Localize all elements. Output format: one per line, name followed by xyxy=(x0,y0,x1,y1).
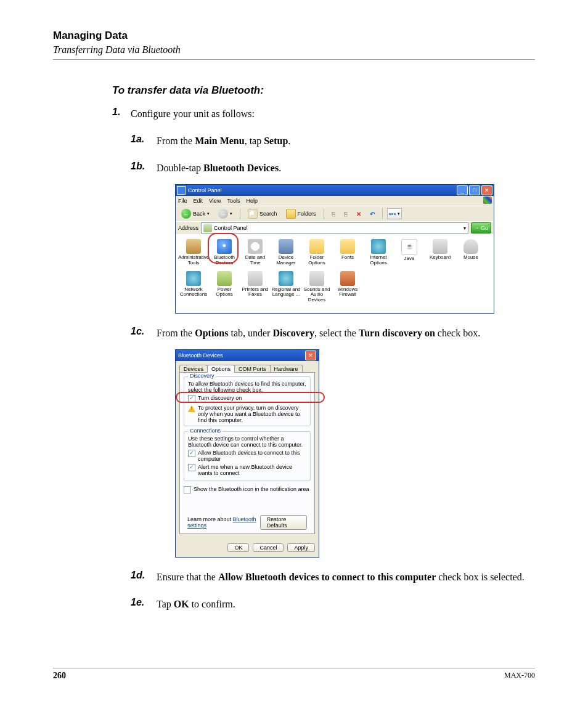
substep-1a: 1a. From the Main Menu, tap Setup. xyxy=(131,134,535,148)
substep-text: Tap OK to confirm. xyxy=(157,597,235,612)
substep-text: Double-tap Bluetooth Devices. xyxy=(157,161,281,176)
checkbox-icon: ✓ xyxy=(188,450,195,457)
address-label: Address xyxy=(178,225,198,231)
menu-edit[interactable]: Edit xyxy=(194,198,203,204)
page-header-title: Managing Data xyxy=(53,30,535,42)
close-button[interactable]: ✕ xyxy=(481,185,492,195)
chevron-down-icon[interactable]: ▾ xyxy=(463,225,466,231)
menu-tools[interactable]: Tools xyxy=(227,198,240,204)
cp-item-admin-tools[interactable]: Administrative Tools xyxy=(178,239,209,266)
move-to-button[interactable]: ⎘ xyxy=(329,209,338,219)
substep-1c: 1c. From the Options tab, under Discover… xyxy=(131,326,535,341)
dialog-footer-row: Learn more about Bluetooth settings Rest… xyxy=(184,513,311,530)
substep-1e: 1e. Tap OK to confirm. xyxy=(131,597,535,612)
figure-bluetooth-dialog: Bluetooth Devices ✕ Devices Options COM … xyxy=(175,349,535,558)
back-button[interactable]: ←Back▾ xyxy=(178,208,213,220)
checkbox-icon: ✓ xyxy=(188,464,195,471)
figure-control-panel: Control Panel _ □ ✕ File Edit View Tools… xyxy=(175,184,535,314)
highlight-circle xyxy=(208,233,239,264)
dialog-titlebar[interactable]: Bluetooth Devices ✕ xyxy=(176,350,319,361)
checkbox-label: Show the Bluetooth icon in the notificat… xyxy=(194,486,309,492)
tab-options[interactable]: Options xyxy=(207,365,235,373)
step-number: 1. xyxy=(112,107,131,121)
minimize-button[interactable]: _ xyxy=(457,185,468,195)
page-header-subtitle: Transferring Data via Bluetooth xyxy=(53,44,535,55)
search-icon xyxy=(248,209,258,219)
page-footer: 260 MAX-700 xyxy=(53,668,535,681)
control-panel-items: Administrative Tools ⁕Bluetooth Devices … xyxy=(176,234,494,313)
cp-item-internet-options[interactable]: Internet Options xyxy=(363,239,394,266)
show-icon-checkbox[interactable]: Show the Bluetooth icon in the notificat… xyxy=(184,486,311,493)
substep-text: Ensure that the Allow Bluetooth devices … xyxy=(157,570,525,585)
warning-text: To protect your privacy, turn on discove… xyxy=(198,405,306,423)
substep-1d: 1d. Ensure that the Allow Bluetooth devi… xyxy=(131,570,535,585)
copy-to-button[interactable]: ⎘ xyxy=(341,209,351,219)
forward-button[interactable]: →▾ xyxy=(215,208,235,220)
connections-group: Connections Use these settings to contro… xyxy=(184,431,311,481)
ok-button[interactable]: OK xyxy=(227,543,249,552)
window-titlebar[interactable]: Control Panel _ □ ✕ xyxy=(176,185,494,196)
cp-item-regional[interactable]: Regional and Language ... xyxy=(271,271,301,303)
cp-item-firewall[interactable]: Windows Firewall xyxy=(332,271,363,303)
cp-item-sounds[interactable]: Sounds and Audio Devices xyxy=(301,271,332,303)
header-rule xyxy=(53,59,535,60)
address-field[interactable]: Control Panel ▾ xyxy=(201,222,468,233)
search-button[interactable]: Search xyxy=(245,208,280,220)
chevron-down-icon: ▾ xyxy=(398,211,400,216)
menu-bar: File Edit View Tools Help xyxy=(176,196,494,206)
toolbar: ←Back▾ →▾ Search Folders ⎘ ⎘ ✕ ↶ ▾ xyxy=(176,206,494,221)
delete-button[interactable]: ✕ xyxy=(353,209,364,219)
alert-checkbox[interactable]: ✓ Alert me when a new Bluetooth device w… xyxy=(188,464,306,476)
cp-item-fonts[interactable]: Fonts xyxy=(332,239,363,266)
maximize-button[interactable]: □ xyxy=(469,185,480,195)
control-panel-icon xyxy=(203,224,212,232)
substep-text: From the Main Menu, tap Setup. xyxy=(157,134,290,148)
views-button[interactable]: ▾ xyxy=(387,208,402,219)
window-title: Control Panel xyxy=(188,187,222,193)
cp-item-printers[interactable]: Printers and Faxes xyxy=(240,271,271,303)
go-button[interactable]: →Go xyxy=(471,222,491,233)
menu-help[interactable]: Help xyxy=(246,198,258,204)
address-bar: Address Control Panel ▾ →Go xyxy=(176,221,494,234)
highlight-oval xyxy=(176,392,325,403)
cp-item-network[interactable]: Network Connections xyxy=(178,271,209,303)
window-icon xyxy=(177,186,186,195)
model-label: MAX-700 xyxy=(504,671,535,681)
control-panel-window: Control Panel _ □ ✕ File Edit View Tools… xyxy=(175,184,494,314)
step-1: 1. Configure your unit as follows: xyxy=(112,107,535,121)
procedure-title: To transfer data via Bluetooth: xyxy=(112,84,535,97)
undo-button[interactable]: ↶ xyxy=(367,209,378,219)
cp-item-mouse[interactable]: Mouse xyxy=(455,239,486,266)
cp-item-folder-options[interactable]: Folder Options xyxy=(301,239,332,266)
group-title: Discovery xyxy=(188,373,216,379)
close-button[interactable]: ✕ xyxy=(305,351,316,360)
allow-connect-checkbox[interactable]: ✓ Allow Bluetooth devices to connect to … xyxy=(188,450,306,462)
java-icon: ☕ xyxy=(401,239,417,255)
substep-1b: 1b. Double-tap Bluetooth Devices. xyxy=(131,161,535,176)
substep-number: 1c. xyxy=(131,326,157,341)
restore-defaults-button[interactable]: Restore Defaults xyxy=(260,515,307,530)
cp-item-power[interactable]: Power Options xyxy=(209,271,240,303)
learn-more: Learn more about Bluetooth settings xyxy=(187,516,260,529)
apply-button[interactable]: Apply xyxy=(287,543,315,552)
cancel-button[interactable]: Cancel xyxy=(253,543,284,552)
folders-button[interactable]: Folders xyxy=(283,208,319,220)
dialog-tabs: Devices Options COM Ports Hardware xyxy=(176,361,319,373)
cp-item-device-manager[interactable]: Device Manager xyxy=(271,239,301,266)
options-tab-body: Discovery To allow Bluetooth devices to … xyxy=(179,372,315,534)
discovery-group: Discovery To allow Bluetooth devices to … xyxy=(184,376,311,426)
cp-item-keyboard[interactable]: Keyboard xyxy=(425,239,455,266)
bluetooth-devices-dialog: Bluetooth Devices ✕ Devices Options COM … xyxy=(175,349,319,558)
cp-item-java[interactable]: ☕Java xyxy=(394,239,425,266)
substep-number: 1a. xyxy=(131,134,157,148)
page-number: 260 xyxy=(53,671,66,681)
menu-file[interactable]: File xyxy=(178,198,187,204)
step-text: Configure your unit as follows: xyxy=(131,107,255,121)
group-title: Connections xyxy=(188,428,223,434)
substep-number: 1d. xyxy=(131,570,157,585)
cp-item-date-time[interactable]: Date and Time xyxy=(240,239,271,266)
back-icon: ← xyxy=(181,209,191,219)
menu-view[interactable]: View xyxy=(209,198,221,204)
chevron-down-icon: ▾ xyxy=(207,211,210,216)
dialog-button-row: OK Cancel Apply xyxy=(176,538,319,557)
